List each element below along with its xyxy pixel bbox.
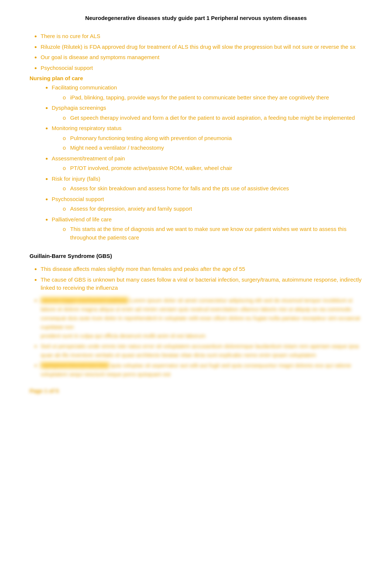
list-item: Facilitating communication iPad, blinkin… xyxy=(52,84,362,102)
list-item: Might need a ventilator / tracheostomy xyxy=(63,144,362,152)
gbs-bullet-list: This disease affects males slightly more… xyxy=(30,265,362,292)
list-item: PT/OT involved, promote active/passive R… xyxy=(63,164,362,173)
list-item: Monitoring respiratory status Pulmonary … xyxy=(52,124,362,152)
list-item: iPad, blinking, tapping, provide ways fo… xyxy=(63,93,362,102)
list-item: There is no cure for ALS xyxy=(41,32,362,41)
list-item: Risk for injury (falls) Assess for skin … xyxy=(52,175,362,193)
page-title: Neurodegenerative diseases study guide p… xyxy=(30,15,362,21)
list-item: Palliative/end of life care This starts … xyxy=(52,215,362,242)
list-item: Get speech therapy involved and form a d… xyxy=(63,114,362,122)
nursing-plan-header: Nursing plan of care xyxy=(30,75,362,81)
list-item: Dysphagia screenings Get speech therapy … xyxy=(52,104,362,122)
blurred-list-item: Sed ut perspiciatis unde omnis iste natu… xyxy=(41,342,362,360)
list-item: Riluzole (Rilutek) is FDA approved drug … xyxy=(41,43,362,51)
blurred-list-item: vaccine trigger mechanism pathway Lorem … xyxy=(41,296,362,340)
blurred-footer: Page 1 of 5 xyxy=(30,380,362,394)
list-item: Assess for skin breakdown and assess hom… xyxy=(63,184,362,193)
nursing-items-list: Facilitating communication iPad, blinkin… xyxy=(41,84,362,242)
list-item: This disease affects males slightly more… xyxy=(41,265,362,273)
list-item: This starts at the time of diagnosis and… xyxy=(63,225,362,242)
list-item: Assess for depression, anxiety and famil… xyxy=(63,205,362,213)
list-item: Assessment/treatment of pain PT/OT invol… xyxy=(52,154,362,173)
list-item: Our goal is disease and symptoms managem… xyxy=(41,53,362,62)
als-bullet-list: There is no cure for ALS Riluzole (Rilut… xyxy=(30,32,362,72)
gbs-section-title: Guillain-Barre Syndrome (GBS) xyxy=(30,253,362,259)
nursing-plan-content: Facilitating communication iPad, blinkin… xyxy=(30,84,362,242)
blurred-content: vaccine trigger mechanism pathway Lorem … xyxy=(30,296,362,379)
list-item: The cause of GBS is unknown but many cas… xyxy=(41,276,362,292)
list-item: Pulmonary functioning testing along with… xyxy=(63,134,362,143)
blurred-list-item: highlighted blurred text here quia volup… xyxy=(41,361,362,379)
list-item: Psychosocial support Assess for depressi… xyxy=(52,195,362,213)
list-item: Psychosocial support xyxy=(41,64,362,72)
